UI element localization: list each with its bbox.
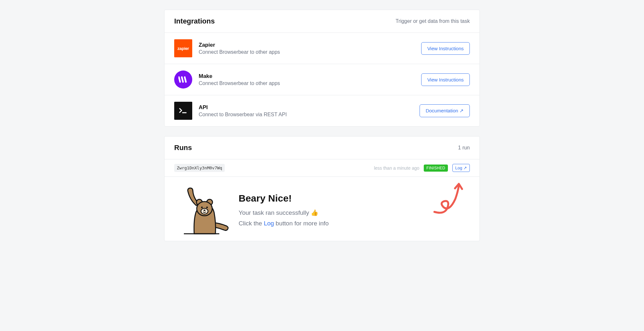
svg-rect-0 — [178, 76, 181, 83]
integrations-subtitle: Trigger or get data from this task — [395, 18, 470, 24]
status-badge: FINISHED — [424, 165, 448, 172]
runs-card: Runs 1 run Zwrg1DnXly3nM0v7Wq less than … — [164, 136, 480, 241]
success-panel: Beary Nice! Your task ran successfully 👍… — [165, 176, 479, 241]
view-instructions-button[interactable]: View Instructions — [421, 42, 470, 55]
svg-point-7 — [201, 208, 208, 214]
integrations-card: Integrations Trigger or get data from th… — [164, 10, 480, 127]
svg-point-8 — [201, 206, 203, 208]
success-heading: Beary Nice! — [239, 193, 329, 204]
bear-illustration — [174, 187, 229, 235]
svg-point-10 — [204, 210, 205, 211]
make-icon — [174, 71, 192, 89]
svg-point-9 — [206, 206, 208, 208]
integration-desc: Connect Browserbear to other apps — [199, 49, 421, 55]
integration-name: Zapier — [199, 42, 421, 48]
success-line2: Click the Log button for more info — [239, 218, 329, 229]
success-text: Beary Nice! Your task ran successfully 👍… — [239, 193, 329, 229]
integration-desc: Connect to Browserbear via REST API — [199, 112, 420, 118]
success-line1: Your task ran successfully 👍 — [239, 208, 329, 218]
log-button[interactable]: Log ↗ — [452, 164, 470, 172]
svg-rect-1 — [181, 76, 184, 83]
svg-rect-2 — [184, 76, 187, 83]
terminal-icon — [174, 102, 192, 120]
runs-title: Runs — [174, 144, 192, 152]
run-row: Zwrg1DnXly3nM0v7Wq less than a minute ag… — [165, 159, 479, 176]
integration-name: API — [199, 104, 420, 111]
integration-name: Make — [199, 73, 421, 80]
integration-row-make: Make Connect Browserbear to other apps V… — [165, 64, 479, 95]
run-id-chip: Zwrg1DnXly3nM0v7Wq — [174, 164, 225, 172]
integrations-title: Integrations — [174, 17, 215, 25]
documentation-button[interactable]: Documentation ↗ — [420, 104, 470, 117]
integration-row-zapier: zapier Zapier Connect Browserbear to oth… — [165, 33, 479, 64]
zapier-icon: zapier — [174, 39, 192, 57]
runs-count: 1 run — [458, 145, 470, 151]
log-link[interactable]: Log — [264, 220, 274, 227]
run-timestamp: less than a minute ago — [374, 166, 419, 171]
integration-row-api: API Connect to Browserbear via REST API … — [165, 95, 479, 126]
runs-header: Runs 1 run — [165, 137, 479, 159]
integration-desc: Connect Browserbear to other apps — [199, 80, 421, 86]
curly-arrow-icon — [428, 181, 467, 217]
integrations-header: Integrations Trigger or get data from th… — [165, 10, 479, 33]
view-instructions-button[interactable]: View Instructions — [421, 73, 470, 86]
